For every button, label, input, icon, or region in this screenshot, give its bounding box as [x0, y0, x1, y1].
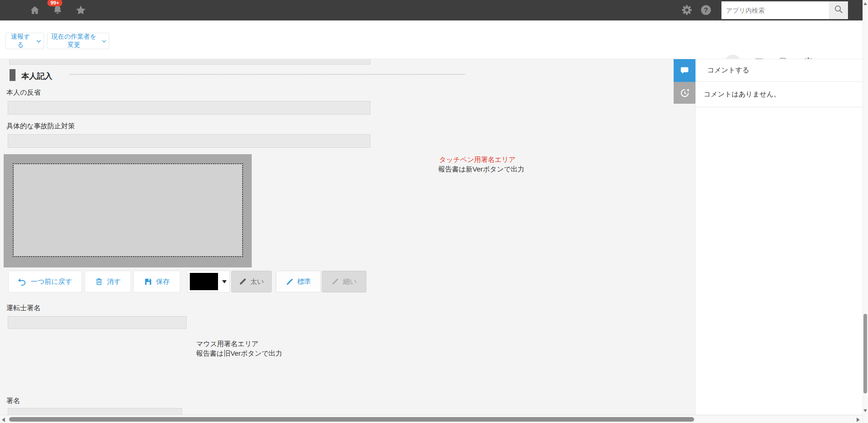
- section-divider-dotted: [70, 74, 465, 75]
- scroll-right-arrow-icon[interactable]: [857, 418, 860, 422]
- home-icon[interactable]: [29, 5, 41, 16]
- erase-button[interactable]: 消す: [85, 271, 131, 292]
- app-search-box: [721, 1, 829, 19]
- field-label-driver-sign: 運転士署名: [6, 304, 41, 312]
- settings-gear-icon[interactable]: [681, 4, 693, 16]
- trash-icon: [95, 277, 103, 286]
- global-header: 99+ ?: [0, 0, 863, 20]
- field-input-prevention[interactable]: [8, 134, 371, 148]
- comment-panel: コメントする コメントはありません。: [695, 59, 863, 423]
- undo-icon: [18, 277, 27, 286]
- undo-button[interactable]: 一つ前に戻す: [8, 271, 82, 292]
- pen-color-picker[interactable]: [187, 271, 230, 292]
- scroll-left-arrow-icon[interactable]: [2, 418, 5, 422]
- mouse-area-note: マウス用署名エリア: [196, 339, 259, 348]
- change-worker-button[interactable]: 現在の作業者を変更: [47, 33, 109, 49]
- field-label-reflection: 本人の反省: [6, 88, 41, 97]
- pen-thin-label: 細い: [343, 277, 356, 286]
- scroll-up-arrow-icon[interactable]: [863, 2, 867, 5]
- notification-count-badge: 99+: [47, 0, 62, 6]
- mouse-output-note: 報告書は旧Verボタンで出力: [196, 348, 282, 358]
- vertical-scrollbar[interactable]: [863, 0, 868, 423]
- pen-slash-icon: [286, 278, 293, 285]
- chevron-down-icon: [36, 40, 41, 43]
- chevron-down-icon: [102, 40, 106, 43]
- field-label-sign: 署名: [6, 397, 20, 405]
- tab-comments[interactable]: [674, 59, 695, 82]
- save-label: 保存: [156, 277, 170, 286]
- app-search-input[interactable]: [721, 1, 829, 19]
- pen-normal-button[interactable]: 標準: [276, 271, 321, 292]
- quick-report-label: 速報する: [9, 33, 32, 49]
- pen-slash-icon: [332, 278, 338, 284]
- field-input-reflection[interactable]: [8, 101, 371, 115]
- notifications-bell-icon[interactable]: 99+: [51, 4, 64, 16]
- save-signature-button[interactable]: 保存: [133, 271, 180, 292]
- pen-color-swatch: [190, 273, 218, 290]
- comment-action-row[interactable]: コメントする: [695, 59, 863, 82]
- change-worker-label: 現在の作業者を変更: [50, 33, 98, 49]
- record-toolbar: 速報する 現在の作業者を変更: [0, 20, 863, 59]
- comment-bubble-icon: [680, 65, 690, 76]
- section-title: 本人記入: [21, 71, 52, 81]
- comment-empty-message: コメントはありません。: [704, 90, 781, 99]
- signature-pad-frame: [4, 154, 252, 267]
- horizontal-scroll-thumb[interactable]: [9, 417, 694, 422]
- hamburger-menu-icon[interactable]: [5, 6, 18, 15]
- vertical-scroll-thumb[interactable]: [863, 314, 867, 393]
- help-icon[interactable]: ?: [700, 4, 712, 16]
- horizontal-scrollbar[interactable]: [0, 415, 863, 423]
- app-screen: 99+ ?: [0, 0, 868, 423]
- field-label-prevention: 具体的な事故防止対策: [6, 122, 75, 131]
- quick-report-button[interactable]: 速報する: [5, 33, 44, 49]
- tab-history[interactable]: [674, 82, 695, 104]
- section-marker: [10, 69, 15, 81]
- pen-normal-label: 標準: [297, 277, 311, 286]
- search-submit-button[interactable]: [829, 1, 848, 19]
- erase-label: 消す: [107, 277, 121, 286]
- dropdown-caret-icon: [222, 280, 227, 283]
- pen-thick-label: 太い: [250, 277, 264, 286]
- search-icon: [834, 5, 843, 16]
- cutoff-field-input[interactable]: [9, 59, 371, 65]
- touchpen-area-note: タッチペン用署名エリア: [439, 155, 516, 164]
- scroll-down-arrow-icon[interactable]: [863, 409, 867, 412]
- signature-canvas[interactable]: [13, 163, 243, 257]
- global-header-left: 99+: [5, 0, 87, 20]
- field-input-driver-sign[interactable]: [8, 316, 187, 329]
- comment-action-label: コメントする: [707, 66, 749, 75]
- pen-thin-button[interactable]: 細い: [322, 271, 366, 292]
- pen-thick-button[interactable]: 太い: [231, 271, 272, 292]
- undo-label: 一つ前に戻す: [30, 277, 72, 286]
- history-icon: [680, 88, 690, 98]
- touchpen-output-note: 報告書は新Verボタンで出力: [438, 164, 524, 174]
- svg-text:?: ?: [704, 6, 708, 14]
- save-icon: [144, 277, 152, 286]
- comment-empty-row: コメントはありません。: [695, 82, 863, 107]
- record-content: 本人記入 本人の反省 具体的な事故防止対策 タッチペン用署名エリア 報告書は新V…: [0, 59, 695, 423]
- favorites-star-icon[interactable]: [75, 4, 87, 16]
- pen-slash-icon: [239, 278, 246, 285]
